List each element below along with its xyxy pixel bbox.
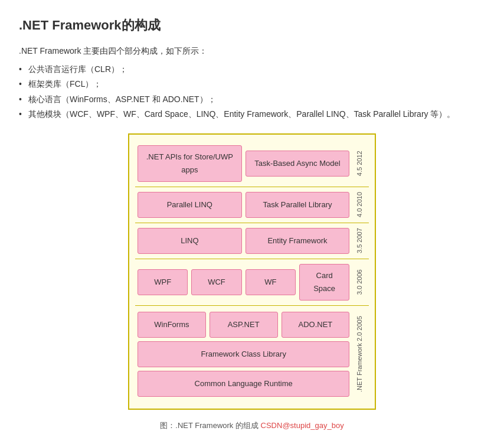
row-40-content: Parallel LINQ Task Parallel Library [138, 192, 349, 218]
box-clr: Common Language Runtime [138, 371, 349, 397]
caption-text: 图：.NET Framework 的组成 [160, 421, 258, 430]
box-wcf: WCF [191, 269, 241, 295]
row-20: WinForms ASP.NET ADO.NET Framework Class… [135, 306, 369, 403]
row-30: WPF WCF WF Card Space 3.0 2006 [135, 259, 369, 306]
row-35-content: LINQ Entity Framework [138, 228, 349, 254]
bullet-item-3: 核心语言（WinForms、ASP.NET 和 ADO.NET）； [19, 92, 485, 107]
bullet-item-1: 公共语言运行库（CLR）； [19, 62, 485, 77]
framework-diagram: .NET APIs for Store/UWP apps Task-Based … [128, 133, 376, 410]
row-35: LINQ Entity Framework 3.5 2007 [135, 223, 369, 259]
page-title: .NET Framework的构成 [19, 14, 485, 36]
bullet-item-2: 框架类库（FCL）； [19, 77, 485, 92]
caption-link[interactable]: CSDN@stupid_gay_boy [261, 421, 344, 430]
box-task-parallel-lib: Task Parallel Library [246, 192, 350, 218]
row-45-content: .NET APIs for Store/UWP apps Task-Based … [138, 145, 349, 182]
intro-text: .NET Framework 主要由四个部分构成，如下所示： [19, 44, 485, 58]
box-adonet: ADO.NET [282, 312, 350, 338]
box-parallel-linq: Parallel LINQ [138, 192, 242, 218]
box-entity-framework: Entity Framework [246, 228, 350, 254]
label-30: 3.0 2006 [353, 264, 366, 301]
box-linq: LINQ [138, 228, 242, 254]
box-wpf: WPF [138, 269, 188, 295]
label-35: 3.5 2007 [353, 228, 366, 254]
box-task-based: Task-Based Async Model [246, 151, 350, 177]
bullet-item-4: 其他模块（WCF、WPF、WF、Card Space、LINQ、Entity F… [19, 107, 485, 122]
label-20: .NET Framework 2.0 2005 [353, 311, 366, 398]
row-30-content: WPF WCF WF Card Space [138, 264, 349, 301]
label-40: 4.0 2010 [353, 192, 366, 218]
row-20-sub2: Framework Class Library [138, 341, 349, 367]
row-45: .NET APIs for Store/UWP apps Task-Based … [135, 141, 369, 187]
box-net-apis: .NET APIs for Store/UWP apps [138, 145, 242, 182]
row-40: Parallel LINQ Task Parallel Library 4.0 … [135, 187, 369, 223]
row-20-sub1: WinForms ASP.NET ADO.NET [138, 312, 349, 338]
diagram-container: .NET APIs for Store/UWP apps Task-Based … [19, 133, 485, 410]
row-20-sub3: Common Language Runtime [138, 371, 349, 397]
box-card-space: Card Space [299, 264, 349, 301]
diagram-caption: 图：.NET Framework 的组成 CSDN@stupid_gay_boy [19, 419, 485, 432]
box-wf: WF [246, 269, 296, 295]
box-fcl: Framework Class Library [138, 341, 349, 367]
label-45: 4.5 2012 [353, 145, 366, 182]
bullet-list: 公共语言运行库（CLR）； 框架类库（FCL）； 核心语言（WinForms、A… [19, 62, 485, 122]
box-winforms: WinForms [138, 312, 206, 338]
row-20-content: WinForms ASP.NET ADO.NET Framework Class… [138, 311, 349, 398]
box-aspnet: ASP.NET [210, 312, 278, 338]
